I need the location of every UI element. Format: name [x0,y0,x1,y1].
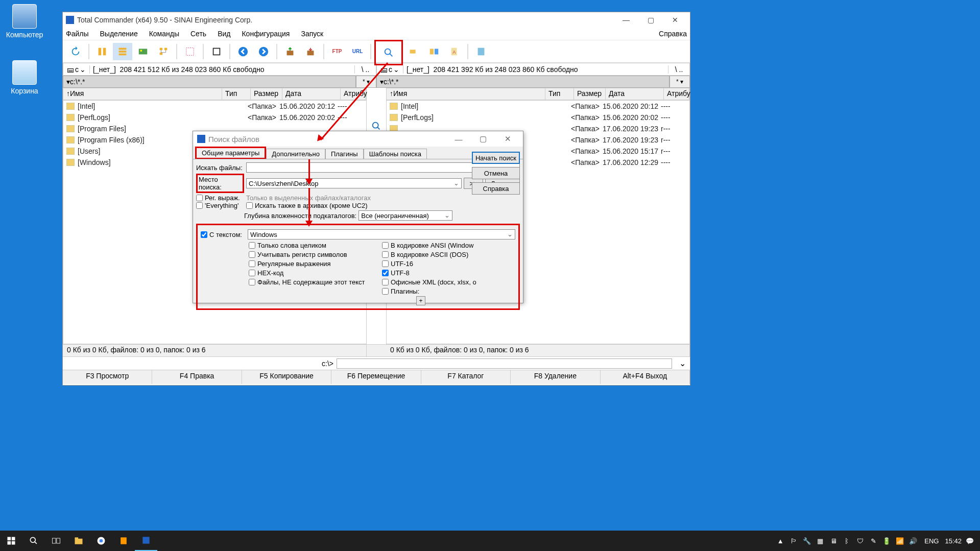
menu-files[interactable]: Файлы [66,30,88,38]
tray-flag-icon[interactable]: 🏳 [788,536,799,546]
task-view[interactable] [45,531,67,551]
menu-select[interactable]: Выделение [100,30,137,38]
file-row[interactable]: [PerfLogs]<Папка>15.06.2020 20:02---- [387,112,689,123]
tool-selectall[interactable] [180,43,200,60]
task-chrome[interactable] [90,531,112,551]
fkey-f4[interactable]: F4 Правка [152,370,242,384]
tool-invert[interactable] [207,43,226,60]
chk-opt[interactable] [382,279,389,285]
chk-regex[interactable] [196,195,203,201]
tray-monitor-icon[interactable]: 🖥 [828,536,839,546]
quicksearch-icon[interactable] [371,121,382,132]
tc-titlebar[interactable]: Total Commander (x64) 9.50 - SINAI Engin… [63,12,690,27]
chk-opt[interactable] [249,270,255,276]
tool-brief[interactable] [92,43,112,60]
fkey-f5[interactable]: F5 Копирование [242,370,331,384]
chk-opt[interactable] [249,260,255,267]
tool-unpack[interactable] [301,43,320,60]
tray-wifi-icon[interactable]: 📶 [895,536,905,546]
close-button[interactable]: ✕ [663,12,687,27]
search-close[interactable]: ✕ [496,132,519,146]
tray-battery-icon[interactable]: 🔋 [881,536,892,546]
menu-run[interactable]: Запуск [301,30,323,38]
tool-search[interactable] [374,40,403,65]
menu-help[interactable]: Справка [659,30,687,38]
input-text[interactable]: Windows [248,229,515,239]
hdr-name-r[interactable]: ↑Имя [387,88,545,100]
tray-wrench-icon[interactable]: 🔧 [802,536,812,546]
tool-tree[interactable] [154,43,173,60]
chk-opt[interactable] [249,279,255,285]
path-left[interactable]: ▾c:\*.* [63,76,356,88]
chk-opt[interactable] [249,251,255,258]
tool-ftp[interactable]: FTP [327,43,347,60]
file-row[interactable]: [Intel]<Папка>15.06.2020 20:12---- [63,101,366,112]
tool-refresh[interactable] [66,43,85,60]
tray-notifications-icon[interactable]: 💬 [965,536,975,546]
tool-full[interactable] [113,43,132,60]
btn-start-search[interactable]: Начать поиск [472,152,520,164]
chk-opt[interactable] [382,260,389,267]
tray-bluetooth-icon[interactable]: ᛒ [842,536,852,546]
desktop-recycle[interactable]: Корзина [4,60,45,95]
tool-pack[interactable] [280,43,300,60]
tab-templates[interactable]: Шаблоны поиска [364,149,427,159]
tool-copy-names[interactable]: A [445,43,464,60]
tool-thumbs[interactable] [133,43,153,60]
hdr-name-l[interactable]: ↑Имя [63,88,222,100]
tray-nvidia-icon[interactable]: ▦ [815,536,825,546]
hdr-size-r[interactable]: Размер [574,88,606,100]
tray-time[interactable]: 15:42 [945,537,962,545]
cmd-input[interactable] [337,358,672,369]
chk-archives[interactable] [246,202,253,209]
fkey-altf4[interactable]: Alt+F4 Выход [601,370,690,384]
fkey-f6[interactable]: F6 Перемещение [331,370,421,384]
path-btn-right[interactable]: * ▾ [670,76,690,88]
search-titlebar[interactable]: Поиск файлов — ▢ ✕ [193,131,523,147]
hdr-type-r[interactable]: Тип [545,88,574,100]
hdr-type-l[interactable]: Тип [222,88,251,100]
chk-opt[interactable] [382,242,389,249]
hdr-attr-r[interactable]: Атрибу [664,88,689,100]
maximize-button[interactable]: ▢ [639,12,662,27]
btn-help-search[interactable]: Справка [472,182,520,195]
menu-config[interactable]: Конфигурация [242,30,290,38]
search-minimize[interactable]: — [447,132,470,146]
chk-opt[interactable] [249,242,255,249]
chk-opt[interactable] [382,251,389,258]
file-row[interactable]: [PerfLogs]<Папка>15.06.2020 20:02---- [63,112,366,123]
chk-withtext[interactable] [201,231,207,238]
input-search-place[interactable]: C:\Users\zheni\Desktop [246,178,462,188]
tray-pen-icon[interactable]: ✎ [868,536,878,546]
chk-opt[interactable] [382,270,389,276]
tool-rename[interactable] [404,43,423,60]
tool-forward[interactable] [254,43,273,60]
tray-shield-icon[interactable]: 🛡 [855,536,865,546]
task-tc[interactable] [135,531,157,551]
hdr-size-l[interactable]: Размер [251,88,282,100]
tab-advanced[interactable]: Дополнительно [266,149,325,159]
menu-net[interactable]: Сеть [190,30,206,38]
btn-cancel-search[interactable]: Отмена [472,167,520,179]
tool-sync[interactable] [424,43,444,60]
hdr-date-r[interactable]: Дата [606,88,664,100]
menu-commands[interactable]: Команды [149,30,179,38]
fkey-f3[interactable]: F3 Просмотр [63,370,152,384]
tab-plugins[interactable]: Плагины [325,149,364,159]
file-row[interactable]: [Intel]<Папка>15.06.2020 20:12---- [387,101,689,112]
cmd-dropdown-icon[interactable]: ⌄ [675,358,690,368]
btn-plus[interactable]: + [416,296,425,305]
fkey-f8[interactable]: F8 Удаление [511,370,600,384]
combo-depth[interactable]: Все (неограниченная) [358,210,452,221]
menu-view[interactable]: Вид [218,30,230,38]
tray-volume-icon[interactable]: 🔊 [908,536,918,546]
drive-up-left[interactable]: \ .. [354,65,376,74]
desktop-computer[interactable]: Компьютер [4,4,45,39]
drive-select-left[interactable]: 🖴 c ⌄ [63,65,90,74]
path-right[interactable]: ▾c:\*.* [376,76,670,88]
tray-lang[interactable]: ENG [924,537,939,545]
drive-up-right[interactable]: \ .. [668,65,689,74]
tab-general[interactable]: Общие параметры [195,147,266,159]
task-explorer[interactable] [67,531,90,551]
tool-notepad[interactable] [471,43,491,60]
